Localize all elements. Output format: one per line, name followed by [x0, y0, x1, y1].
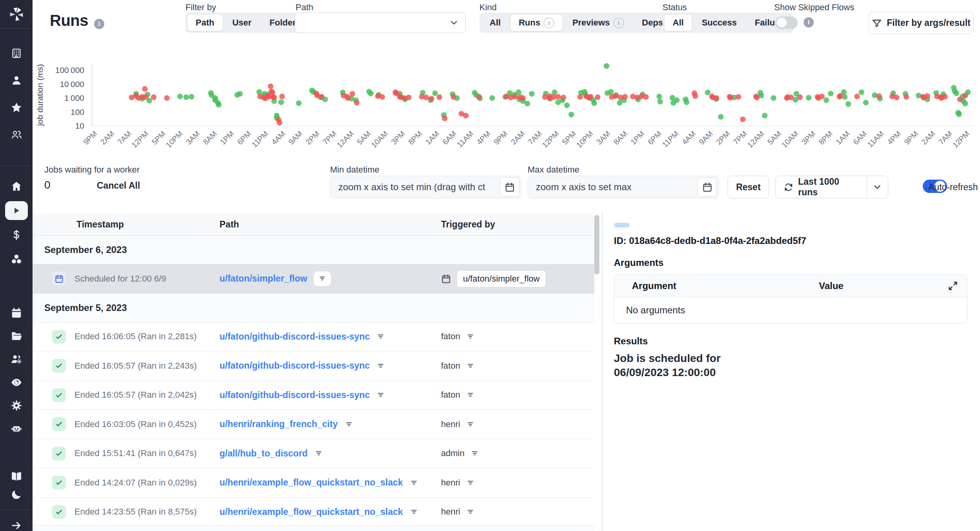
sidebar-item-arrow-right[interactable] [0, 516, 33, 531]
run-point-success[interactable] [771, 95, 776, 101]
run-point-success[interactable] [705, 90, 710, 95]
status-all-button[interactable]: All [664, 14, 692, 31]
run-path-link[interactable]: u/henri/ranking_french_city [220, 419, 338, 429]
sidebar-item-dollar[interactable] [0, 223, 33, 247]
run-point-failure[interactable] [797, 95, 802, 100]
sidebar-item-eye[interactable] [0, 371, 33, 394]
run-point-success[interactable] [718, 114, 724, 120]
table-row[interactable]: Ended 14:24:07 (Ran in 0,029s)u/henri/ex… [33, 468, 594, 498]
sidebar-item-calendar[interactable] [0, 301, 33, 324]
max-datetime-input[interactable] [528, 182, 697, 193]
run-point-success[interactable] [956, 111, 962, 117]
run-point-success[interactable] [604, 63, 609, 69]
run-point-failure[interactable] [319, 94, 324, 99]
run-path-link[interactable]: u/faton/github-discord-issues-sync [220, 331, 370, 342]
expand-icon[interactable] [947, 280, 958, 291]
run-point-failure[interactable] [838, 93, 843, 98]
filter-by-user-icon[interactable] [466, 361, 475, 371]
run-point-failure[interactable] [520, 95, 526, 101]
sidebar-item-cubes[interactable] [0, 247, 33, 271]
run-point-failure[interactable] [962, 93, 968, 98]
run-point-failure[interactable] [588, 94, 593, 99]
run-point-success[interactable] [954, 91, 959, 96]
run-point-success[interactable] [657, 99, 663, 104]
run-point-failure[interactable] [561, 95, 566, 100]
run-point-failure[interactable] [788, 95, 794, 100]
run-point-success[interactable] [674, 97, 679, 103]
sidebar-item-user[interactable] [0, 67, 33, 94]
filter-by-user-icon[interactable] [466, 420, 475, 429]
table-row[interactable]: Ended 16:06:05 (Ran in 2,281s)u/faton/gi… [33, 322, 594, 352]
filter-by-user-icon[interactable] [466, 478, 475, 487]
run-point-success[interactable] [863, 100, 869, 105]
sidebar-item-book-open[interactable] [0, 467, 33, 486]
table-row[interactable]: Ended 15:51:41 (Ran in 0,647s)g/all/hub_… [33, 439, 594, 469]
run-point-success[interactable] [608, 89, 613, 95]
run-point-failure[interactable] [379, 94, 385, 100]
run-point-success[interactable] [278, 100, 284, 105]
show-skipped-toggle[interactable] [775, 16, 798, 29]
run-point-success[interactable] [846, 101, 851, 107]
run-path-link[interactable]: u/henri/example_flow_quickstart_no_slack [220, 477, 403, 488]
run-point-success[interactable] [684, 100, 689, 105]
filter-by-path-icon[interactable] [409, 478, 419, 487]
run-point-failure[interactable] [854, 94, 860, 99]
show-skipped-info-icon[interactable]: i [804, 17, 814, 27]
run-point-success[interactable] [858, 89, 864, 95]
run-point-failure[interactable] [271, 95, 277, 100]
filter-by-path-icon[interactable] [344, 420, 354, 429]
filter-by-path-button[interactable]: Path [187, 14, 223, 31]
run-point-success[interactable] [368, 91, 374, 96]
run-point-failure[interactable] [595, 95, 601, 100]
run-point-success[interactable] [489, 95, 495, 101]
filter-by-path-icon[interactable] [376, 361, 385, 371]
sidebar-item-gear[interactable] [0, 394, 33, 417]
cancel-all-button[interactable]: Cancel All [97, 180, 140, 191]
sidebar-item-building[interactable] [0, 40, 33, 67]
run-point-failure[interactable] [612, 93, 618, 99]
run-point-failure[interactable] [740, 116, 746, 122]
run-point-failure[interactable] [279, 94, 285, 99]
run-point-failure[interactable] [693, 93, 698, 99]
status-success-button[interactable]: Success [693, 14, 745, 31]
sidebar-item-users[interactable] [0, 121, 33, 148]
run-point-success[interactable] [806, 95, 811, 100]
run-point-failure[interactable] [512, 94, 518, 99]
sidebar-item-users-gear[interactable] [0, 347, 33, 371]
filter-by-path-icon[interactable] [409, 507, 419, 516]
runs-info-icon[interactable]: i [94, 19, 104, 29]
run-point-failure[interactable] [622, 94, 628, 99]
refresh-button[interactable]: Last 1000 runs [776, 176, 867, 198]
run-point-success[interactable] [657, 94, 662, 99]
run-point-failure[interactable] [429, 96, 434, 101]
table-row[interactable]: Ended 16:05:57 (Ran in 2,243s)u/faton/gi… [33, 351, 594, 381]
filter-args-button[interactable]: Filter by args/result [869, 12, 974, 34]
reset-button[interactable]: Reset [728, 176, 769, 198]
filter-by-user-button[interactable]: User [224, 14, 260, 31]
run-point-failure[interactable] [268, 84, 273, 89]
filter-by-path-icon[interactable] [376, 332, 385, 341]
run-point-success[interactable] [824, 97, 829, 103]
run-point-failure[interactable] [876, 93, 882, 99]
table-row[interactable]: Scheduled for 12:00 6/9u/faton/simpler_f… [33, 264, 594, 294]
run-point-failure[interactable] [754, 95, 760, 100]
run-point-failure[interactable] [728, 95, 733, 100]
min-datetime-input[interactable] [330, 182, 500, 193]
filter-by-user-icon[interactable] [466, 507, 475, 516]
kind-runs-button[interactable]: Runsi [510, 14, 563, 31]
run-point-failure[interactable] [451, 94, 456, 100]
run-point-success[interactable] [529, 91, 534, 96]
kind-all-button[interactable]: All [481, 14, 509, 31]
sidebar-item-play[interactable] [0, 198, 33, 223]
windmill-logo-icon[interactable] [0, 0, 33, 29]
filter-by-user-icon[interactable] [470, 449, 479, 458]
refresh-options-button[interactable] [867, 176, 888, 198]
filter-by-path-icon[interactable] [376, 390, 385, 400]
schedule-chip[interactable]: u/faton/simpler_flow [457, 270, 546, 287]
run-path-link[interactable]: u/faton/github-discord-issues-sync [220, 360, 370, 371]
sidebar-item-star[interactable] [0, 94, 33, 121]
run-point-failure[interactable] [476, 94, 482, 99]
run-point-success[interactable] [432, 91, 438, 96]
run-point-success[interactable] [296, 100, 301, 106]
run-point-failure[interactable] [437, 95, 442, 100]
